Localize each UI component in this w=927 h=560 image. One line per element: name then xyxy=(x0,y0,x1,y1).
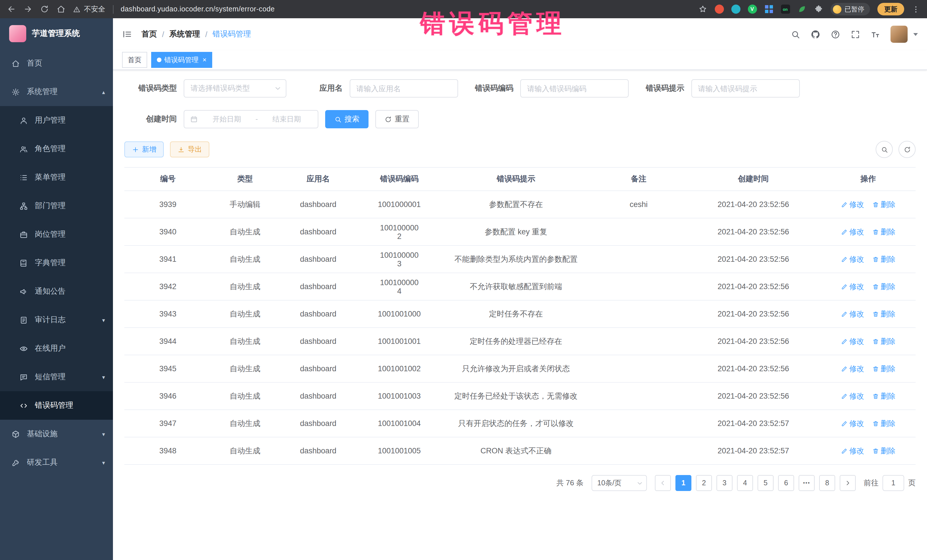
delete-link[interactable]: 删除 xyxy=(872,227,896,237)
page-button-5[interactable]: 5 xyxy=(758,475,774,491)
browser-refresh-icon[interactable] xyxy=(40,5,49,14)
edit-link[interactable]: 修改 xyxy=(841,446,864,456)
bookmark-star-icon[interactable] xyxy=(698,5,707,14)
page-button-1[interactable]: 1 xyxy=(675,475,691,491)
sidebar-item-audit-log[interactable]: 审计日志▾ xyxy=(0,306,113,334)
sidebar-item-system[interactable]: 系统管理▴ xyxy=(0,77,113,106)
cell-app: dashboard xyxy=(279,191,358,218)
error-hint-input[interactable] xyxy=(691,79,799,97)
user-avatar[interactable] xyxy=(891,26,907,43)
error-code-input[interactable] xyxy=(520,79,629,97)
goto-page-input[interactable] xyxy=(883,475,904,491)
show-search-button[interactable] xyxy=(876,141,893,158)
extension-icon-blue-grid[interactable] xyxy=(764,5,773,14)
edit-link[interactable]: 修改 xyxy=(841,418,864,428)
page-button-4[interactable]: 4 xyxy=(737,475,753,491)
breadcrumb-home[interactable]: 首页 xyxy=(141,29,157,39)
edit-link[interactable]: 修改 xyxy=(841,227,864,237)
delete-link[interactable]: 删除 xyxy=(872,336,896,346)
font-size-icon[interactable] xyxy=(871,29,880,39)
extension-icon-red[interactable] xyxy=(714,5,723,14)
next-page-button[interactable] xyxy=(840,475,856,491)
start-date-placeholder: 开始日期 xyxy=(201,114,252,124)
sidebar-item-error-code[interactable]: 错误码管理 xyxy=(0,391,113,420)
tag-home[interactable]: 首页 xyxy=(122,52,147,68)
page-size-select[interactable]: 10条/页 xyxy=(591,475,647,491)
extension-icon-leaf[interactable] xyxy=(797,5,806,14)
tag-error-code[interactable]: 错误码管理 × xyxy=(151,52,212,68)
sidebar-item-menu[interactable]: 菜单管理 xyxy=(0,163,113,191)
profile-paused-chip[interactable]: 已暂停 xyxy=(830,3,870,15)
delete-link[interactable]: 删除 xyxy=(872,418,896,428)
help-icon[interactable] xyxy=(831,29,840,39)
extension-icon-green-v[interactable]: V xyxy=(748,5,757,14)
sidebar-item-role[interactable]: 角色管理 xyxy=(0,135,113,163)
delete-link[interactable]: 删除 xyxy=(872,254,896,264)
delete-link[interactable]: 删除 xyxy=(872,446,896,456)
sidebar-item-post[interactable]: 岗位管理 xyxy=(0,220,113,249)
delete-link[interactable]: 删除 xyxy=(872,281,896,292)
trash-icon xyxy=(872,201,879,208)
page-ellipsis[interactable]: ••• xyxy=(799,475,815,491)
tag-close-icon[interactable]: × xyxy=(202,56,207,64)
reset-button[interactable]: 重置 xyxy=(375,110,419,128)
sidebar-item-dept[interactable]: 部门管理 xyxy=(0,191,113,220)
delete-link[interactable]: 删除 xyxy=(872,309,896,319)
sidebar-item-user[interactable]: 用户管理 xyxy=(0,106,113,135)
avatar-caret-down-icon[interactable] xyxy=(913,33,918,36)
add-button[interactable]: 新增 xyxy=(125,141,164,157)
url-text[interactable]: dashboard.yudao.iocoder.cn/system/error-… xyxy=(121,5,275,13)
breadcrumb-current: 错误码管理 xyxy=(213,29,251,39)
edit-link[interactable]: 修改 xyxy=(841,309,864,319)
delete-link[interactable]: 删除 xyxy=(872,199,896,209)
page-button-3[interactable]: 3 xyxy=(716,475,732,491)
delete-link[interactable]: 删除 xyxy=(872,364,896,374)
delete-link[interactable]: 删除 xyxy=(872,391,896,401)
browser-home-icon[interactable] xyxy=(56,5,65,14)
app-name-input[interactable] xyxy=(350,79,458,97)
edit-link[interactable]: 修改 xyxy=(841,281,864,292)
plus-icon xyxy=(132,146,139,153)
security-indicator[interactable]: 不安全 xyxy=(73,4,105,14)
page-button-6[interactable]: 6 xyxy=(778,475,794,491)
sidebar-item-infra[interactable]: 基础设施▾ xyxy=(0,420,113,448)
trash-icon xyxy=(872,448,879,454)
chevron-up-icon: ▴ xyxy=(102,89,105,95)
sidebar-item-home[interactable]: 首页 xyxy=(0,49,113,77)
extension-icon-teal[interactable] xyxy=(731,5,740,14)
browser-back-icon[interactable] xyxy=(7,5,16,14)
sidebar-item-sms[interactable]: 短信管理▾ xyxy=(0,363,113,391)
prev-page-button[interactable] xyxy=(655,475,671,491)
error-type-select[interactable]: 请选择错误码类型 xyxy=(184,79,286,97)
cell-code: 1001001003 xyxy=(358,382,441,410)
page-button-8[interactable]: 8 xyxy=(819,475,835,491)
hamburger-icon[interactable] xyxy=(122,29,132,39)
extension-icon-on-badge[interactable]: on xyxy=(781,5,790,14)
sidebar-item-notice[interactable]: 通知公告 xyxy=(0,277,113,306)
home-icon xyxy=(11,59,20,68)
browser-forward-icon[interactable] xyxy=(23,5,32,14)
breadcrumb-system[interactable]: 系统管理 xyxy=(169,29,200,39)
refresh-table-button[interactable] xyxy=(898,141,916,158)
sidebar-item-dev-tools[interactable]: 研发工具▾ xyxy=(0,448,113,477)
browser-menu-icon[interactable] xyxy=(912,5,920,14)
date-range-picker[interactable]: 开始日期 - 结束日期 xyxy=(184,110,318,128)
edit-link[interactable]: 修改 xyxy=(841,199,864,209)
search-icon[interactable] xyxy=(791,29,800,39)
sidebar-item-online-user[interactable]: 在线用户 xyxy=(0,334,113,363)
edit-link[interactable]: 修改 xyxy=(841,391,864,401)
fullscreen-icon[interactable] xyxy=(851,29,860,39)
export-button[interactable]: 导出 xyxy=(170,141,209,157)
extension-puzzle-icon[interactable] xyxy=(814,5,823,14)
github-icon[interactable] xyxy=(811,29,820,39)
search-button[interactable]: 搜索 xyxy=(325,110,369,128)
cell-operations: 修改删除 xyxy=(821,410,916,437)
cell-created: 2021-04-20 23:52:56 xyxy=(686,191,821,218)
edit-link[interactable]: 修改 xyxy=(841,336,864,346)
browser-update-button[interactable]: 更新 xyxy=(877,3,904,15)
edit-link[interactable]: 修改 xyxy=(841,364,864,374)
page-button-2[interactable]: 2 xyxy=(696,475,712,491)
sidebar-item-dict[interactable]: 字典管理 xyxy=(0,249,113,277)
edit-link[interactable]: 修改 xyxy=(841,254,864,264)
app-logo[interactable]: 芋道管理系统 xyxy=(0,18,113,49)
